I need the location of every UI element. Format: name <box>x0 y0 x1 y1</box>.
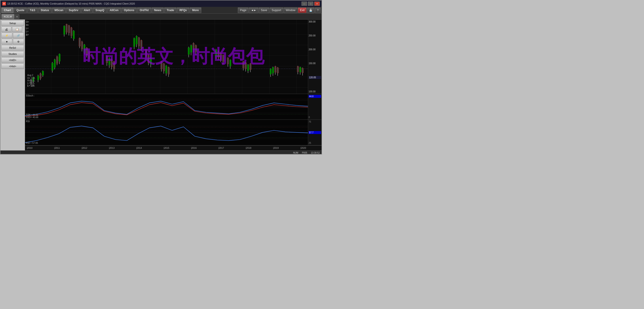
alert-button[interactable]: Alert <box>81 8 92 13</box>
time-2015: |2015 <box>164 147 170 149</box>
studies-button[interactable]: Studies <box>1 51 24 57</box>
rsi-badge: 57.7 <box>308 131 321 134</box>
window-button[interactable]: Window <box>284 8 298 13</box>
svg-rect-88 <box>188 48 190 55</box>
bolt-button[interactable]: ⚡ <box>1 33 12 38</box>
time-2020: |2020 <box>300 147 306 149</box>
trade-button[interactable]: Trade <box>164 8 176 13</box>
setup-button[interactable]: Setup <box>1 21 24 26</box>
status-button[interactable]: Status <box>38 8 52 13</box>
main-chart-panel[interactable]: O= H= L= L= Δ= Aug 2 O= 118. H= 121. L= … <box>25 20 322 94</box>
star-button[interactable]: ★ <box>1 39 12 44</box>
svg-rect-126 <box>300 67 301 72</box>
save-button[interactable]: Save <box>259 8 269 13</box>
svg-rect-44 <box>70 28 72 36</box>
svg-rect-72 <box>140 40 142 48</box>
clipboard-icon-button[interactable]: 📋 <box>12 27 22 32</box>
svg-rect-120 <box>274 67 276 72</box>
svg-rect-56 <box>88 52 90 59</box>
sstoch-badge: 44.8 <box>308 95 321 98</box>
svg-rect-26 <box>40 74 42 79</box>
bar-date: Aug 2 <box>27 74 36 77</box>
page-status: P005 <box>302 152 307 154</box>
tab-kce-m[interactable]: KCE,M <box>1 14 14 19</box>
rsi-panel: RSI RSI = 57.65 75 57.7 25 <box>25 120 322 145</box>
time-labels: |2010 |2011 |2012 |2013 |2014 |2015 |201… <box>26 147 307 149</box>
ts-button[interactable]: T&S <box>27 8 38 13</box>
help-button[interactable]: ? <box>315 8 321 13</box>
svg-rect-122 <box>277 68 278 73</box>
svg-rect-60 <box>108 58 110 65</box>
ssk-label: SSK= <box>26 114 32 116</box>
svg-rect-36 <box>59 54 60 62</box>
num-status: NUM <box>293 152 298 154</box>
chart-button[interactable]: Chart <box>1 8 14 13</box>
mscan-button[interactable]: MScan <box>52 8 66 13</box>
page-button[interactable]: Page <box>238 8 248 13</box>
svg-rect-104 <box>227 58 229 64</box>
news-button[interactable]: News <box>152 8 164 13</box>
ohlc-low: L= <box>26 27 29 30</box>
price-250: 250.00 <box>308 34 321 37</box>
close-button[interactable]: ✕ <box>314 2 320 6</box>
intd-button[interactable]: <IntD> <box>1 57 24 63</box>
allcon-button[interactable]: AllCon <box>107 8 121 13</box>
rsi-chart <box>25 120 308 145</box>
svg-rect-108 <box>243 62 244 68</box>
svg-rect-62 <box>111 59 112 67</box>
svg-rect-112 <box>247 65 249 71</box>
bar-info: Aug 2 O= 118. H= 121. L= 115. L= 120. <box>27 74 36 87</box>
quote-button[interactable]: Quote <box>14 8 27 13</box>
save-icon-button[interactable]: 💾 <box>307 8 314 13</box>
svg-rect-66 <box>134 38 135 47</box>
supsrv-button[interactable]: SupSrv <box>66 8 81 13</box>
svg-rect-92 <box>193 43 194 50</box>
sstoch-axis: 44.8 0 <box>308 94 322 119</box>
svg-rect-32 <box>54 59 56 67</box>
svg-rect-54 <box>86 48 88 55</box>
chart-container: O= H= L= L= Δ= Aug 2 O= 118. H= 121. L= … <box>25 20 322 150</box>
tab-bar: KCE,M + <box>0 14 322 20</box>
svg-rect-46 <box>73 31 74 39</box>
rescl-button[interactable]: ReScl <box>1 45 24 51</box>
rsi-75: 75 <box>308 121 321 123</box>
ohlc-last: L= <box>26 30 29 33</box>
bar-high: H= 121. <box>27 79 36 82</box>
left-sidebar: Setup 🖨 📋 ⚡ 🔗 ★ ⚙ ReScl Studies <IntD> <… <box>0 20 25 150</box>
tab-add-button[interactable]: + <box>15 14 19 19</box>
options-button[interactable]: Options <box>122 8 137 13</box>
link-button[interactable]: 🔗 <box>13 33 24 38</box>
window-controls: — □ ✕ <box>302 2 320 6</box>
exit-button[interactable]: Exit <box>298 8 306 13</box>
svg-rect-38 <box>64 26 65 34</box>
gear-button[interactable]: ⚙ <box>13 39 24 44</box>
sidebar-row-2: ⚡ 🔗 <box>1 33 24 38</box>
sstoch-chart <box>25 94 308 119</box>
support-button[interactable]: Support <box>270 8 283 13</box>
hist-button[interactable]: <Hist> <box>1 64 24 69</box>
svg-rect-100 <box>220 53 222 59</box>
minimize-button[interactable]: — <box>302 2 307 6</box>
more-button[interactable]: More <box>190 8 201 13</box>
time-2016: |2016 <box>191 147 197 149</box>
main-toolbar: Chart Quote T&S Status MScan SupSrv Aler… <box>0 7 322 14</box>
num-label: NUM <box>293 152 298 154</box>
print-icon-button[interactable]: 🖨 <box>1 27 11 32</box>
price-axis: 300.00 250.00 200.00 150.00 120.05 100.0… <box>308 20 322 94</box>
svg-rect-34 <box>56 57 58 64</box>
svg-rect-48 <box>79 38 80 46</box>
snapq-button[interactable]: SnapQ <box>93 8 107 13</box>
svg-rect-30 <box>52 63 53 71</box>
rfqs-button[interactable]: RFQs <box>177 8 189 13</box>
sstoch-panel: SStoch : SSK= 44.82 SSD= 40.68 44.8 0 <box>25 94 322 120</box>
svg-rect-40 <box>66 24 67 32</box>
maximize-button[interactable]: □ <box>308 2 313 6</box>
nav-button[interactable]: ◄► <box>249 8 258 13</box>
ordtkt-button[interactable]: OrdTkt <box>137 8 151 13</box>
ohlc-open: O= <box>26 21 29 24</box>
price-300: 300.00 <box>308 21 321 23</box>
time-label: 13:30:52 <box>311 152 320 154</box>
time-2010: |2010 <box>27 147 32 149</box>
svg-rect-80 <box>161 62 162 69</box>
svg-rect-50 <box>81 42 83 49</box>
